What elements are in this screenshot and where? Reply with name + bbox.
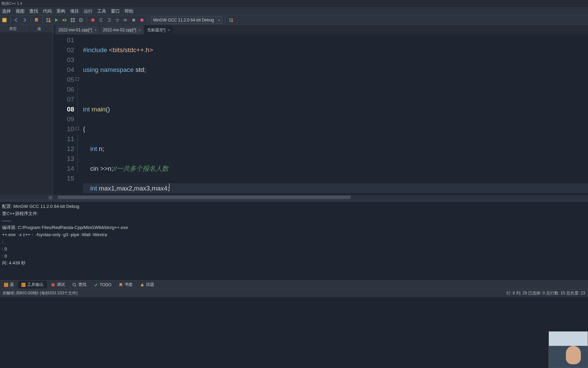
editor-area: 2022-mn-01.cpp[*]× 2022-mx-02.cpp[*]× 无标… (53, 25, 588, 200)
svg-point-12 (91, 18, 95, 22)
compile-icon (4, 283, 8, 287)
indent-left-icon[interactable] (98, 17, 104, 23)
svg-point-23 (51, 283, 55, 287)
btab-bookmark[interactable]: 书签 (115, 281, 136, 289)
btab-problem[interactable]: 试题 (137, 281, 158, 289)
grid-icon[interactable] (45, 17, 51, 23)
close-icon[interactable]: × (167, 28, 170, 33)
menu-tools[interactable]: 工具 (97, 8, 106, 14)
menu-project[interactable]: 项目 (70, 8, 79, 14)
menu-find[interactable]: 查找 (29, 8, 38, 14)
svg-rect-4 (49, 20, 50, 22)
svg-point-13 (117, 20, 118, 22)
indent-right-icon[interactable] (106, 17, 112, 23)
breakpoint-icon[interactable] (90, 17, 96, 23)
search-icon (72, 283, 77, 287)
svg-rect-8 (71, 20, 72, 22)
svg-rect-1 (46, 18, 48, 20)
title-bar: 熊猫C++ 1.4 (0, 0, 588, 7)
btab-search[interactable]: 查找 (69, 281, 90, 289)
bottom-tab-bar: 器 工具输出 调试 查找 TODO 书签 试题 (0, 280, 588, 289)
close-icon[interactable]: × (94, 28, 97, 33)
svg-rect-15 (132, 19, 135, 21)
btab-compiler[interactable]: 器 (1, 281, 17, 289)
svg-rect-22 (21, 283, 26, 287)
toolbar: MinGW GCC 11.2.0 64-bit Debug (0, 15, 588, 25)
settings-icon[interactable] (228, 17, 234, 23)
btab-debug[interactable]: 调试 (48, 281, 68, 289)
debug-icon[interactable] (139, 17, 145, 23)
side-body (0, 32, 53, 195)
tab-file-3[interactable]: 无标题3[*]× (144, 26, 173, 34)
svg-point-16 (140, 18, 144, 22)
tab-file-1[interactable]: 2022-mn-01.cpp[*]× (56, 26, 99, 34)
side-col-value[interactable]: 值 (27, 25, 53, 32)
compiler-select[interactable]: MinGW GCC 11.2.0 64-bit Debug (151, 16, 222, 24)
status-right: 行: 8 列: 29 已选择: 0 总行数: 15 总长度: 23 (506, 290, 585, 296)
main-area: 类型 值 2022-mn-01.cpp[*]× 2022-mx-02.cpp[*… (0, 25, 588, 200)
svg-rect-0 (2, 18, 6, 22)
debug-icon (51, 283, 55, 287)
menu-code[interactable]: 代码 (43, 8, 52, 14)
menu-window[interactable]: 窗口 (111, 8, 120, 14)
svg-rect-9 (73, 20, 75, 22)
problem-icon (140, 283, 144, 287)
menu-view[interactable]: 视图 (16, 8, 24, 14)
svg-rect-2 (49, 18, 50, 20)
code-editor[interactable]: #include <bits/stdc++.h> using namespace… (77, 34, 588, 195)
todo-icon (94, 283, 98, 287)
svg-rect-20 (231, 20, 233, 22)
status-left: 的解析,用时0.009秒 (每秒333.333个文件) (3, 290, 78, 296)
svg-rect-14 (124, 19, 125, 21)
run-icon[interactable] (53, 17, 60, 23)
save-icon[interactable] (1, 17, 7, 23)
svg-rect-7 (73, 18, 75, 20)
svg-rect-6 (71, 18, 72, 20)
tab-file-2[interactable]: 2022-mx-02.cpp[*]× (100, 26, 144, 34)
svg-rect-3 (46, 20, 48, 22)
menu-help[interactable]: 帮助 (125, 8, 133, 14)
step-over-icon[interactable] (114, 17, 120, 23)
webcam-overlay (549, 331, 588, 368)
build-run-icon[interactable] (62, 17, 68, 23)
side-scrollbar[interactable] (0, 195, 53, 200)
svg-rect-17 (229, 18, 231, 20)
menu-refactor[interactable]: 重构 (56, 8, 65, 14)
btab-todo[interactable]: TODO (91, 281, 115, 288)
svg-rect-19 (229, 20, 231, 22)
editor-body[interactable]: 01 02 03 04 05- 06 07 08 09 10- 11 12 13… (53, 34, 588, 195)
bookmark-icon (119, 283, 123, 287)
svg-rect-21 (4, 283, 8, 287)
svg-rect-18 (231, 18, 233, 20)
app-title: 熊猫C++ 1.4 (1, 1, 22, 6)
tab-bar: 2022-mn-01.cpp[*]× 2022-mx-02.cpp[*]× 无标… (53, 25, 588, 34)
side-panel: 类型 值 (0, 25, 53, 200)
back-icon[interactable] (13, 17, 19, 23)
btab-tool-output[interactable]: 工具输出 (18, 281, 47, 289)
bookmark-icon[interactable] (33, 17, 39, 23)
forward-icon[interactable] (21, 17, 28, 23)
close-icon[interactable]: × (138, 28, 141, 33)
editor-hscrollbar[interactable] (53, 195, 588, 200)
menu-select[interactable]: 选择 (2, 8, 11, 14)
rebuild-icon[interactable] (70, 17, 76, 23)
stop-icon[interactable] (131, 17, 137, 23)
menu-run[interactable]: 运行 (84, 8, 93, 14)
tool-icon (21, 283, 26, 287)
svg-rect-5 (63, 19, 64, 21)
side-col-type[interactable]: 类型 (0, 25, 27, 32)
line-gutter: 01 02 03 04 05- 06 07 08 09 10- 11 12 13… (53, 34, 77, 195)
gear-icon[interactable] (78, 17, 84, 23)
status-bar: 的解析,用时0.009秒 (每秒333.333个文件) 行: 8 列: 29 已… (0, 289, 588, 297)
menu-bar: 选择 视图 查找 代码 重构 项目 运行 工具 窗口 帮助 (0, 7, 588, 15)
svg-point-24 (73, 283, 76, 286)
continue-icon[interactable] (122, 17, 129, 23)
svg-point-11 (80, 19, 82, 21)
output-panel: 配置: MinGW GCC 11.2.0 64-bit Debug 查C++源程… (0, 202, 588, 280)
